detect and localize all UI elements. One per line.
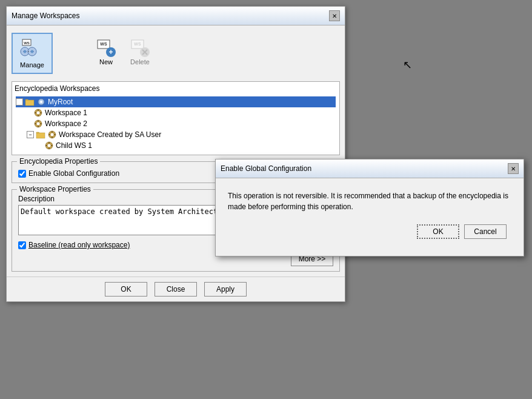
svg-rect-41	[51, 145, 53, 146]
tree-label-root: MyRoot	[48, 98, 73, 106]
svg-text:WS: WS	[24, 41, 30, 45]
svg-rect-20	[38, 115, 39, 116]
gear-icon-root	[36, 97, 46, 107]
main-dialog-footer: OK Close Apply	[7, 277, 345, 301]
main-dialog-close-button[interactable]: ✕	[329, 10, 340, 21]
folder-icon-root	[25, 97, 35, 107]
enable-dialog-message: This operation is not reversible. It is …	[228, 190, 511, 212]
delete-button[interactable]: WS Delete	[128, 36, 152, 67]
svg-rect-14	[25, 100, 34, 106]
enable-dialog-ok-button[interactable]: OK	[417, 224, 459, 239]
svg-rect-38	[48, 142, 50, 144]
svg-text:WS: WS	[100, 42, 107, 46]
svg-rect-39	[48, 147, 50, 149]
toolbar-area: WS Manage WS	[12, 30, 340, 76]
tree-item-sa-user[interactable]: − Workspace Created by SA User	[27, 129, 336, 140]
svg-rect-29	[36, 133, 45, 138]
svg-rect-32	[52, 131, 53, 133]
enable-global-checkbox[interactable]	[18, 170, 26, 178]
delete-icon: WS	[130, 38, 150, 57]
baseline-checkbox[interactable]	[18, 241, 26, 249]
svg-point-31	[51, 133, 54, 136]
svg-point-37	[48, 144, 51, 147]
manage-icon: WS	[20, 38, 44, 60]
svg-rect-19	[38, 109, 39, 111]
gear-icon-child	[44, 141, 54, 150]
new-button[interactable]: WS + New	[94, 36, 118, 67]
ok-button[interactable]: OK	[105, 282, 147, 297]
tree-label-sa-user: Workspace Created by SA User	[59, 130, 161, 139]
enable-dialog-close-button[interactable]: ✕	[508, 163, 519, 174]
tree-label-ws2: Workspace 2	[45, 119, 87, 128]
enable-dialog-cancel-button[interactable]: Cancel	[464, 224, 507, 239]
gear-icon-sa	[47, 130, 57, 139]
tree-container: − MyRoot	[15, 95, 337, 152]
workspace-panel-title: Encyclopedia Workspaces	[15, 84, 337, 93]
tree-item-root[interactable]: − MyRoot	[16, 96, 336, 107]
svg-rect-27	[35, 123, 36, 124]
enable-dialog-footer: OK Cancel	[228, 224, 511, 246]
tree-label-child-ws1: Child WS 1	[56, 141, 92, 150]
enable-dialog-titlebar: Enable Global Configuration ✕	[216, 159, 524, 178]
baseline-label: Baseline (read only workspace)	[28, 241, 130, 249]
delete-label: Delete	[130, 58, 150, 65]
main-dialog-titlebar: Manage Workspaces ✕	[7, 7, 345, 25]
gear-icon-ws2	[33, 119, 43, 129]
svg-rect-34	[48, 134, 50, 135]
new-label: New	[99, 58, 113, 65]
encyclopedia-properties-legend: Encyclopedia Properties	[17, 157, 100, 166]
workspace-panel: Encyclopedia Workspaces − MyRoot	[12, 81, 340, 155]
svg-text:WS: WS	[134, 42, 141, 46]
new-icon: WS +	[96, 38, 116, 57]
svg-rect-26	[38, 126, 39, 127]
svg-text:+: +	[108, 48, 113, 56]
svg-rect-33	[52, 136, 53, 138]
workspace-properties-legend: Workspace Properties	[17, 185, 93, 193]
svg-rect-40	[45, 145, 47, 146]
gear-icon-ws1	[33, 108, 43, 118]
cursor: ↖	[403, 58, 412, 72]
apply-button[interactable]: Apply	[204, 282, 247, 297]
tree-expand-sa[interactable]: −	[27, 131, 34, 138]
svg-point-18	[37, 112, 40, 115]
svg-point-16	[40, 101, 42, 103]
svg-rect-21	[35, 112, 36, 113]
manage-icon-button[interactable]: WS Manage	[12, 33, 53, 74]
svg-point-24	[37, 122, 40, 126]
svg-rect-22	[40, 112, 42, 113]
enable-global-label: Enable Global Configuration	[28, 169, 119, 178]
tree-expand-root[interactable]: −	[16, 98, 23, 106]
tree-item-ws2[interactable]: Workspace 2	[27, 118, 336, 129]
main-dialog: Manage Workspaces ✕ WS Manage	[6, 6, 345, 302]
tree-item-child-ws1[interactable]: Child WS 1	[38, 140, 336, 151]
svg-rect-35	[54, 134, 56, 135]
svg-rect-28	[40, 123, 42, 124]
main-dialog-title: Manage Workspaces	[12, 12, 80, 20]
enable-global-dialog: Enable Global Configuration ✕ This opera…	[215, 159, 524, 256]
folder-icon-sa	[36, 130, 45, 139]
svg-rect-25	[38, 120, 39, 122]
enable-dialog-title: Enable Global Configuration	[221, 164, 311, 173]
tree-label-ws1: Workspace 1	[45, 109, 87, 117]
tree-item-ws1[interactable]: Workspace 1	[27, 107, 336, 118]
close-button[interactable]: Close	[155, 282, 197, 297]
enable-dialog-body: This operation is not reversible. It is …	[216, 178, 524, 256]
manage-label: Manage	[20, 61, 44, 69]
